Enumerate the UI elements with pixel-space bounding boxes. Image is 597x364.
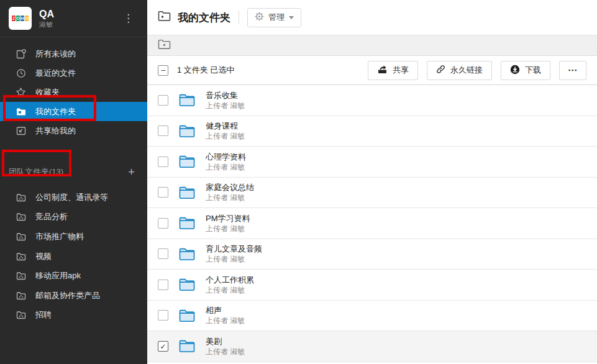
team-folder-icon	[16, 290, 26, 301]
file-row[interactable]: 美剧 上传者 淑敏	[147, 331, 597, 362]
file-uploader: 上传者 淑敏	[206, 347, 245, 357]
row-checkbox[interactable]	[158, 341, 168, 352]
row-checkbox[interactable]	[158, 95, 168, 106]
file-row[interactable]: 育儿文章及音频 上传者 淑敏	[147, 239, 597, 270]
sidebar-team-folder-item[interactable]: 邮箱及协作类产品	[0, 286, 147, 306]
sidebar-item-label: 最近的文件	[35, 68, 76, 79]
manage-button-label: 管理	[268, 12, 285, 23]
sidebar-item-shared-with-me[interactable]: 共享给我的	[0, 121, 147, 140]
app-window: ZOHO QA 淑敏 ⋮ 所有未读的 最近的文件	[0, 0, 597, 364]
uploader-name: 淑敏	[230, 193, 245, 202]
sidebar-item-label: 我的文件夹	[35, 106, 76, 117]
uploader-prefix: 上传者	[206, 193, 228, 202]
share-button[interactable]: 共享	[368, 61, 418, 80]
folder-icon	[179, 155, 196, 168]
breadcrumb-root-folder-icon[interactable]	[158, 39, 171, 52]
row-checkbox[interactable]	[158, 187, 168, 198]
uploader-prefix: 上传者	[206, 163, 228, 171]
breadcrumb-bar	[147, 35, 597, 56]
clock-icon	[16, 68, 26, 78]
row-checkbox[interactable]	[158, 280, 168, 290]
file-name: PM学习资料	[206, 213, 250, 224]
sidebar-team-folder-item[interactable]: 竞品分析	[0, 207, 147, 227]
sidebar-team-folder-item[interactable]: 公司制度、通讯录等	[0, 188, 147, 207]
sidebar-team-folder-item[interactable]: 市场推广物料	[0, 227, 147, 247]
star-icon	[16, 87, 26, 98]
file-info: 相声 上传者 淑敏	[206, 305, 245, 325]
file-uploader: 上传者 淑敏	[206, 224, 250, 234]
divider	[239, 11, 239, 24]
share-button-label: 共享	[393, 65, 409, 76]
zoho-logo: ZOHO	[9, 7, 32, 30]
file-row[interactable]: PM学习资料 上传者 淑敏	[147, 208, 597, 239]
uploader-prefix: 上传者	[206, 224, 228, 233]
uploader-prefix: 上传者	[206, 255, 228, 263]
uploader-name: 淑敏	[230, 101, 245, 110]
row-checkbox[interactable]	[158, 157, 168, 167]
folder-icon	[179, 93, 196, 107]
file-name: 个人工作积累	[206, 275, 254, 285]
sidebar-item-favorites[interactable]: 收藏夹	[0, 83, 147, 102]
team-folder-icon	[16, 251, 26, 262]
file-uploader: 上传者 淑敏	[206, 101, 245, 111]
uploader-prefix: 上传者	[206, 132, 228, 140]
download-button[interactable]: 下载	[501, 61, 550, 80]
file-name: 相声	[206, 305, 245, 316]
uploader-name: 淑敏	[230, 132, 245, 140]
sidebar-item-label: 邮箱及协作类产品	[35, 290, 100, 301]
select-all-checkbox[interactable]	[158, 65, 168, 76]
more-actions-button[interactable]: ⋯	[559, 61, 586, 80]
download-button-label: 下载	[525, 65, 541, 76]
sidebar-item-label: 收藏夹	[35, 87, 60, 98]
toolbar-actions: 共享 永久链接 下载 ⋯	[368, 61, 586, 80]
file-name: 家庭会议总结	[206, 182, 254, 193]
sidebar-item-recent-files[interactable]: 最近的文件	[0, 63, 147, 83]
file-info: 美剧 上传者 淑敏	[206, 336, 245, 357]
file-row[interactable]: 音乐收集 上传者 淑敏	[147, 85, 597, 116]
folder-icon	[179, 216, 196, 230]
folder-icon	[179, 309, 196, 322]
row-checkbox[interactable]	[158, 310, 168, 321]
selection-toolbar: 1 文件夹 已选中 共享 永久链接	[147, 56, 597, 85]
file-row[interactable]: 家庭会议总结 上传者 淑敏	[147, 178, 597, 209]
uploader-prefix: 上传者	[206, 347, 228, 356]
row-checkbox[interactable]	[158, 125, 168, 136]
logo-letter: H	[21, 16, 24, 21]
gear-icon	[255, 12, 264, 24]
uploader-prefix: 上传者	[206, 316, 228, 325]
file-info: 音乐收集 上传者 淑敏	[206, 90, 245, 111]
file-row[interactable]: 相声 上传者 淑敏	[147, 301, 597, 332]
sidebar-team-folder-item[interactable]: 招聘	[0, 306, 147, 325]
file-row[interactable]: 心理学资料 上传者 淑敏	[147, 147, 597, 178]
manage-button[interactable]: 管理	[247, 8, 301, 27]
sidebar-item-label: 招聘	[35, 309, 52, 321]
sidebar-team-folder-item[interactable]: 视频	[0, 247, 147, 266]
file-row[interactable]: 健身课程 上传者 淑敏	[147, 116, 597, 147]
row-checkbox[interactable]	[158, 218, 168, 229]
file-name: 健身课程	[206, 121, 245, 131]
file-uploader: 上传者 淑敏	[206, 316, 245, 325]
kebab-menu-icon[interactable]: ⋮	[118, 9, 139, 27]
sidebar-item-my-folders[interactable]: 我的文件夹	[0, 102, 147, 121]
permalink-button[interactable]: 永久链接	[427, 61, 492, 80]
sidebar-nav: 所有未读的 最近的文件 收藏夹 我的文件夹	[0, 37, 147, 140]
team-folder-icon	[16, 271, 26, 281]
sidebar-item-label: 竞品分析	[35, 211, 68, 222]
team-folder-list: 公司制度、通讯录等 竞品分析 市场推广物料	[0, 181, 147, 325]
file-uploader: 上传者 淑敏	[206, 131, 245, 141]
row-checkbox[interactable]	[158, 248, 168, 259]
file-info: 家庭会议总结 上传者 淑敏	[206, 182, 254, 202]
workspace-header: ZOHO QA 淑敏 ⋮	[0, 0, 147, 37]
download-icon	[510, 65, 520, 76]
sidebar-team-folder-item[interactable]: 移动应用apk	[0, 266, 147, 286]
sidebar-item-label: 所有未读的	[35, 48, 76, 60]
file-row[interactable]: 个人工作积累 上传者 淑敏	[147, 270, 597, 301]
page-header: 我的文件夹 管理	[147, 0, 597, 35]
link-icon	[436, 65, 445, 76]
logo-letter: Z	[12, 16, 16, 21]
unread-icon	[16, 48, 26, 59]
sidebar-item-all-unread[interactable]: 所有未读的	[0, 44, 147, 63]
file-info: 心理学资料 上传者 淑敏	[206, 152, 246, 172]
chevron-down-icon	[289, 16, 294, 19]
add-team-folder-button[interactable]: +	[125, 166, 137, 178]
